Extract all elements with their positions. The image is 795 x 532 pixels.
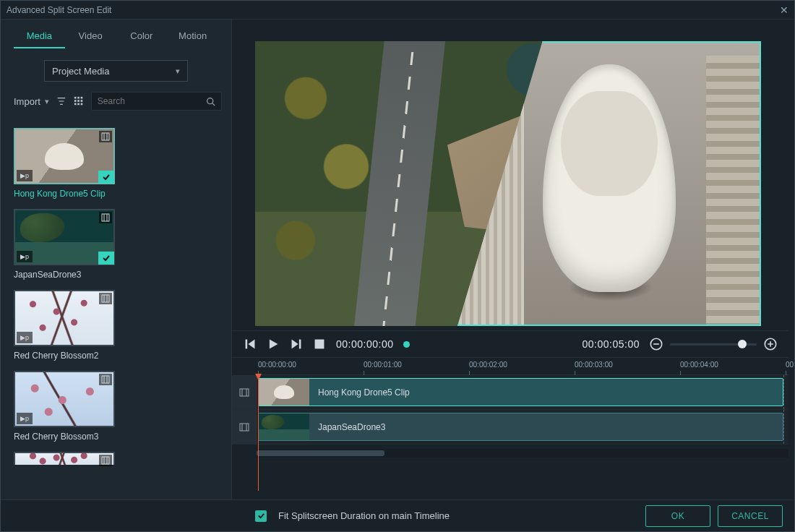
media-thumbnail[interactable]: ▶p xyxy=(14,128,115,184)
proxy-badge-icon: ▶p xyxy=(17,251,33,262)
media-item[interactable]: ▶p Hong Kong Drone5 Clip xyxy=(14,128,115,199)
split-screen-editor: Advanced Split Screen Edit ✕ Media Video… xyxy=(0,0,795,532)
svg-marker-17 xyxy=(270,340,278,349)
media-item-label: Hong Kong Drone5 Clip xyxy=(14,189,115,199)
timeline-scrollbar[interactable] xyxy=(257,449,788,458)
timeline-ruler[interactable]: 00:00:00:00 00:00:01:00 00:00:02:00 00:0… xyxy=(257,358,788,375)
ruler-tick: 00:00:01:00 xyxy=(364,361,402,369)
clip-type-icon xyxy=(99,455,112,466)
window-title: Advanced Split Screen Edit xyxy=(7,5,111,15)
svg-rect-20 xyxy=(315,340,325,349)
fit-duration-checkbox[interactable] xyxy=(255,510,267,522)
svg-rect-3 xyxy=(74,100,77,102)
clip-label: JapanSeaDrone3 xyxy=(309,422,394,432)
panel-tabs: Media Video Color Motion xyxy=(1,20,231,48)
timeline-clip[interactable]: Hong Kong Drone5 Clip xyxy=(258,378,783,406)
svg-rect-7 xyxy=(77,103,80,106)
media-item[interactable] xyxy=(14,452,115,465)
tab-video[interactable]: Video xyxy=(65,23,116,48)
ruler-tick: 00 xyxy=(786,361,794,369)
timeline: 00:00:00:00 00:00:01:00 00:00:02:00 00:0… xyxy=(232,358,794,499)
svg-marker-18 xyxy=(292,340,298,349)
timeline-clip[interactable]: JapanSeaDrone3 xyxy=(258,413,783,441)
svg-rect-1 xyxy=(77,97,80,99)
media-thumbnail[interactable]: ▶p xyxy=(14,209,115,265)
media-list: ▶p Hong Kong Drone5 Clip ▶p JapanSeaDron… xyxy=(1,118,231,499)
cancel-button[interactable]: CANCEL xyxy=(718,505,783,527)
filter-icon[interactable] xyxy=(56,94,66,108)
media-source-label: Project Media xyxy=(52,66,109,77)
ok-button[interactable]: OK xyxy=(645,505,710,527)
prev-frame-button[interactable] xyxy=(244,338,257,351)
zoom-out-button[interactable] xyxy=(650,338,663,351)
media-thumbnail[interactable]: ▶p xyxy=(14,290,115,346)
svg-rect-0 xyxy=(74,97,77,99)
transport-bar: 00:00:00:00 00:00:05:00 xyxy=(232,330,788,358)
check-icon xyxy=(98,252,114,265)
proxy-badge-icon: ▶p xyxy=(17,332,33,343)
clip-type-icon xyxy=(99,293,112,304)
search-input[interactable] xyxy=(91,92,222,111)
proxy-badge-icon: ▶p xyxy=(17,413,33,424)
check-icon xyxy=(98,171,114,184)
media-thumbnail[interactable]: ▶p xyxy=(14,371,115,427)
media-item[interactable]: ▶p Red Cherry Blossom3 xyxy=(14,371,115,442)
close-icon[interactable]: ✕ xyxy=(780,4,788,16)
svg-rect-23 xyxy=(240,389,249,396)
svg-rect-19 xyxy=(299,340,301,349)
svg-rect-5 xyxy=(80,100,82,102)
zoom-control xyxy=(650,338,777,351)
svg-marker-16 xyxy=(248,340,254,349)
chevron-down-icon: ▾ xyxy=(176,66,180,76)
proxy-badge-icon: ▶p xyxy=(17,170,33,181)
clip-label: Hong Kong Drone5 Clip xyxy=(309,387,418,398)
svg-rect-11 xyxy=(102,214,109,221)
track-header[interactable] xyxy=(232,375,257,409)
media-source-select[interactable]: Project Media ▾ xyxy=(44,60,188,82)
media-panel: Media Video Color Motion Project Media ▾… xyxy=(1,20,232,499)
zoom-slider[interactable] xyxy=(670,343,757,346)
tab-color[interactable]: Color xyxy=(116,23,168,48)
svg-rect-8 xyxy=(80,103,82,106)
stop-button[interactable] xyxy=(313,338,326,351)
media-toolbar: Import ▾ xyxy=(1,92,231,118)
play-button[interactable] xyxy=(267,338,280,351)
import-label: Import xyxy=(14,96,40,107)
tab-media[interactable]: Media xyxy=(14,23,65,48)
duration-marker xyxy=(783,375,784,409)
svg-rect-13 xyxy=(102,376,109,383)
media-item-label: Red Cherry Blossom3 xyxy=(14,432,115,442)
svg-rect-15 xyxy=(246,340,248,349)
playhead[interactable] xyxy=(258,375,259,491)
svg-rect-24 xyxy=(240,424,249,431)
import-button[interactable]: Import ▾ xyxy=(14,96,49,107)
ruler-tick: 00:00:03:00 xyxy=(575,361,613,369)
duration-marker xyxy=(783,410,784,444)
svg-rect-4 xyxy=(77,100,80,102)
tab-motion[interactable]: Motion xyxy=(167,23,218,48)
clip-type-icon xyxy=(99,374,112,385)
svg-rect-6 xyxy=(74,103,77,106)
zoom-in-button[interactable] xyxy=(764,338,777,351)
ruler-tick: 00:00:00:00 xyxy=(258,361,296,369)
ruler-tick: 00:00:04:00 xyxy=(680,361,718,369)
media-thumbnail[interactable] xyxy=(14,452,115,465)
timeline-track: JapanSeaDrone3 xyxy=(232,410,788,445)
media-item[interactable]: ▶p JapanSeaDrone3 xyxy=(14,209,115,280)
search-field[interactable] xyxy=(98,96,206,106)
track-lane[interactable]: Hong Kong Drone5 Clip xyxy=(257,375,788,409)
grid-view-icon[interactable] xyxy=(74,94,84,108)
timeline-track: Hong Kong Drone5 Clip xyxy=(232,375,788,410)
next-frame-button[interactable] xyxy=(290,338,303,351)
svg-point-9 xyxy=(207,98,212,103)
clip-type-icon xyxy=(99,131,112,142)
chevron-down-icon: ▾ xyxy=(45,97,49,106)
media-item-label: Red Cherry Blossom2 xyxy=(14,351,115,361)
titlebar: Advanced Split Screen Edit ✕ xyxy=(1,1,794,20)
footer: Fit Splitscreen Duration on main Timelin… xyxy=(1,499,794,531)
preview-canvas[interactable] xyxy=(255,41,761,326)
track-header[interactable] xyxy=(232,410,257,444)
track-lane[interactable]: JapanSeaDrone3 xyxy=(257,410,788,444)
media-item[interactable]: ▶p Red Cherry Blossom2 xyxy=(14,290,115,361)
search-icon xyxy=(206,97,215,106)
